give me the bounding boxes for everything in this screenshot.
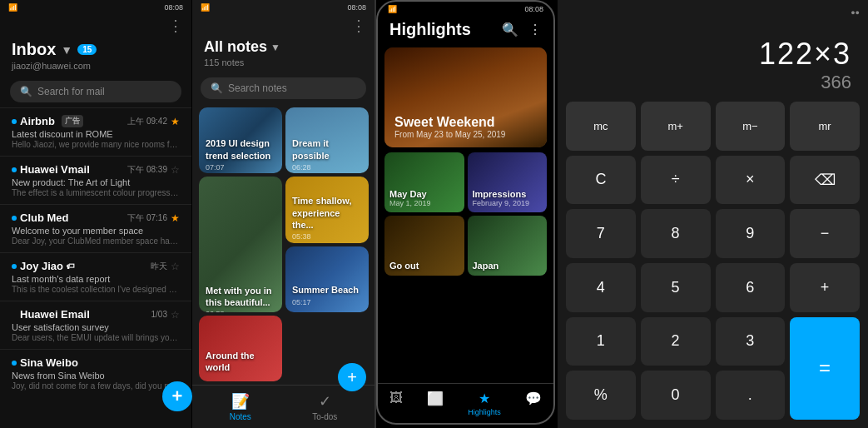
calc-percent[interactable]: %	[566, 371, 636, 420]
calc-6[interactable]: 6	[716, 263, 786, 312]
email-search-bar[interactable]: 🔍 Search for mail	[10, 81, 181, 102]
calc-3[interactable]: 3	[716, 317, 786, 366]
calc-multiply[interactable]: ×	[716, 156, 786, 205]
calc-1[interactable]: 1	[566, 317, 636, 366]
hero-title: Sweet Weekend	[394, 115, 505, 130]
note-card-2019[interactable]: 2019 UI design trend selection 07:07	[199, 107, 282, 173]
email-preview: Joy, did not come for a few days, did yo…	[12, 381, 180, 391]
email-item-huawei[interactable]: Huawei Email 1/03 ☆ User satisfaction su…	[0, 301, 191, 349]
email-status-bar: 📶 08:08	[0, 0, 191, 15]
calc-8[interactable]: 8	[641, 209, 711, 258]
unread-dot	[12, 361, 17, 366]
albums-icon: ⬜	[427, 391, 444, 406]
calc-7[interactable]: 7	[566, 209, 636, 258]
calc-mminus[interactable]: m−	[716, 102, 786, 151]
search-icon[interactable]: 🔍	[502, 22, 518, 37]
star-icon[interactable]: ★	[171, 212, 180, 224]
calc-2[interactable]: 2	[641, 317, 711, 366]
signal-icon: 📶	[388, 5, 397, 13]
calc-clear[interactable]: C	[566, 156, 636, 205]
hl-tab-albums[interactable]: ⬜	[427, 391, 444, 416]
sender-name: Club Med	[20, 212, 69, 224]
hl-tab-photos[interactable]: 🖼	[389, 391, 403, 416]
email-address: jiaozi@huawei.com	[12, 61, 180, 71]
notes-dropdown-icon[interactable]: ▼	[270, 42, 280, 53]
tab-todos[interactable]: ✓ To-dos	[312, 392, 337, 421]
note-card-dream[interactable]: Dream it possible 06:28	[285, 107, 369, 173]
calc-equals[interactable]: =	[790, 317, 860, 420]
email-preview: Hello Jiaozi, we provide many nice rooms…	[12, 140, 180, 149]
hl-card-impressions[interactable]: Impressions February 9, 2019	[468, 152, 548, 212]
compose-button[interactable]: +	[162, 381, 192, 411]
calc-plus[interactable]: +	[790, 263, 860, 312]
email-item-vmail[interactable]: Huawei Vmail 下午 08:39 ☆ New product: The…	[0, 156, 191, 204]
inbox-dropdown-icon[interactable]: ▼	[61, 43, 72, 57]
email-item-joyjiao[interactable]: Joy Jiao 🏷 昨天 ☆ Last month's data report…	[0, 252, 191, 301]
star-icon[interactable]: ☆	[171, 164, 180, 176]
calc-divide[interactable]: ÷	[641, 156, 711, 205]
calc-decimal[interactable]: .	[716, 371, 786, 420]
note-card-met[interactable]: Met with you in this beautiful... 06:58	[199, 177, 282, 312]
calc-backspace[interactable]: ⌫	[790, 156, 860, 205]
note-title: 2019 UI design trend selection	[206, 137, 275, 162]
notes-status-bar: 📶 08:08	[192, 0, 374, 15]
notes-compose-button[interactable]: +	[338, 363, 366, 391]
card-date: February 9, 2019	[473, 199, 543, 207]
calc-result: 366	[574, 72, 851, 93]
phone-frame: 📶 08:08 Highlights 🔍 ⋮ Sweet Weekend Fro…	[376, 0, 555, 425]
calc-0[interactable]: 0	[641, 371, 711, 420]
sender-name: Huawei Vmail	[20, 163, 90, 176]
calculator-display: 122×3 366	[566, 20, 860, 102]
highlights-time: 08:08	[524, 5, 543, 13]
calc-4[interactable]: 4	[566, 263, 636, 312]
hl-tab-highlights[interactable]: ★ Highlights	[468, 391, 501, 416]
email-subject: News from Sina Weibo	[12, 371, 180, 381]
highlights-hero[interactable]: Sweet Weekend From May 23 to May 25, 201…	[384, 47, 547, 147]
calc-minus[interactable]: −	[790, 209, 860, 258]
hl-tab-chat[interactable]: 💬	[525, 391, 542, 416]
hl-card-goout[interactable]: Go out	[384, 216, 464, 276]
card-title: Japan	[473, 261, 543, 271]
notes-search-placeholder: Search notes	[228, 82, 287, 94]
status-icons: 📶	[8, 3, 17, 12]
notes-more-button[interactable]: ⋮	[192, 15, 374, 37]
star-icon[interactable]: ☆	[171, 261, 180, 272]
hero-subtitle: From May 23 to May 25, 2019	[394, 130, 505, 139]
notes-search-bar[interactable]: 🔍 Search notes	[201, 77, 366, 99]
unread-dot	[12, 264, 17, 269]
calc-mc[interactable]: mc	[566, 102, 636, 151]
email-subject: Welcome to your member space	[12, 226, 180, 236]
search-icon: 🔍	[20, 86, 32, 97]
highlights-icon: ★	[479, 391, 490, 406]
highlights-panel: 📶 08:08 Highlights 🔍 ⋮ Sweet Weekend Fro…	[374, 0, 558, 428]
note-card-summer[interactable]: Summer Beach 05:17	[285, 246, 369, 312]
notes-tab-icon: 📝	[231, 392, 250, 411]
sender-name: Sina Weibo	[20, 356, 78, 369]
more-icon[interactable]: ⋮	[528, 22, 542, 37]
wifi-icon: 📶	[8, 3, 17, 12]
calc-5[interactable]: 5	[641, 263, 711, 312]
star-icon[interactable]: ☆	[171, 309, 180, 321]
email-status-time: 08:08	[164, 3, 183, 12]
calc-mplus[interactable]: m+	[641, 102, 711, 151]
highlights-tab-label: Highlights	[468, 408, 501, 416]
email-preview: Dear users, the EMUI update will brings …	[12, 333, 180, 342]
notes-title-text: All notes	[204, 38, 267, 56]
note-card-around[interactable]: Around the world	[199, 316, 282, 381]
signal-icon: 📶	[201, 3, 210, 12]
calc-9[interactable]: 9	[716, 209, 786, 258]
email-item-airbnb[interactable]: Airbnb 广告 上午 09:42 ★ Latest discount in …	[0, 107, 191, 156]
note-card-time[interactable]: Time shallow, experience the... 05:38	[285, 177, 369, 242]
sender-name: Huawei Email	[20, 308, 90, 321]
tab-notes[interactable]: 📝 Notes	[230, 392, 251, 421]
sender-name: Joy Jiao	[20, 260, 63, 272]
hl-card-japan[interactable]: Japan	[468, 216, 548, 276]
star-icon[interactable]: ★	[171, 116, 180, 127]
note-date: 05:38	[292, 232, 362, 241]
hl-card-mayday[interactable]: May Day May 1, 2019	[384, 152, 464, 212]
note-title: Dream it possible	[292, 137, 362, 162]
email-item-clubmed[interactable]: Club Med 下午 07:16 ★ Welcome to your memb…	[0, 204, 191, 252]
email-more-button[interactable]: ⋮	[0, 15, 191, 37]
calc-mr[interactable]: mr	[790, 102, 860, 151]
note-date: 07:07	[206, 163, 275, 172]
